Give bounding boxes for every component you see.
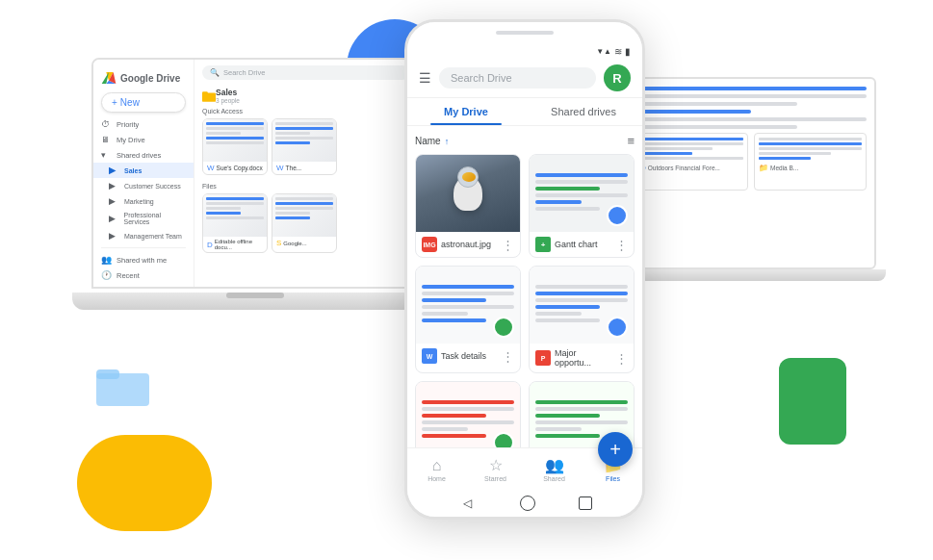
folder-header: Sales 3 people bbox=[194, 86, 417, 106]
file-card-editable[interactable]: D Editable offline docu... bbox=[202, 193, 268, 253]
laptop-base bbox=[72, 293, 438, 310]
sidebar-item-sharedwithme[interactable]: 👥 Shared with me bbox=[93, 252, 194, 267]
major-preview bbox=[530, 267, 634, 344]
status-icons: ▼▲ ≋ ▮ bbox=[596, 46, 631, 57]
sidebar-item-sales[interactable]: ▶ Sales bbox=[93, 163, 194, 178]
file-card-mydoc[interactable]: P My Document ⋮ bbox=[415, 381, 521, 447]
mydoc-preview bbox=[416, 382, 520, 447]
tab-shareddrives[interactable]: Shared drives bbox=[525, 98, 642, 125]
cs-chevron-icon: ▶ bbox=[109, 181, 120, 191]
file-card-major[interactable]: P Major opportu... ⋮ bbox=[529, 266, 635, 373]
nav-starred[interactable]: ☆ Starred bbox=[466, 448, 525, 490]
phone-tabs: My Drive Shared drives bbox=[407, 98, 642, 126]
priority-icon: ⏱ bbox=[101, 119, 113, 129]
file-card-task[interactable]: W Task details ⋮ bbox=[415, 266, 521, 373]
content-header: Name ↑ ≡ bbox=[415, 132, 635, 154]
tablet-file-1[interactable]: D Outdoors Financial Fore... bbox=[635, 133, 748, 191]
folder-icon bbox=[202, 90, 216, 102]
astro-body bbox=[454, 176, 482, 211]
sidebar-item-priority[interactable]: ⏱ Priority bbox=[93, 116, 194, 132]
task-preview bbox=[416, 267, 520, 344]
mgmt-chevron-icon: ▶ bbox=[109, 231, 120, 241]
sort-control[interactable]: Name ↑ bbox=[415, 136, 449, 146]
new-button[interactable]: + New bbox=[101, 92, 186, 113]
starred-icon: ☆ bbox=[101, 286, 113, 289]
recents-nav-button[interactable] bbox=[579, 496, 592, 510]
tablet-screen: D Outdoors Financial Fore... 📁 Media B..… bbox=[626, 77, 876, 269]
file-card-google[interactable]: S Google... bbox=[272, 193, 337, 253]
tablet-file-2[interactable]: 📁 Media B... bbox=[754, 133, 867, 191]
img-type-icon: IMG bbox=[422, 237, 437, 252]
sidebar-item-starred[interactable]: ☆ Starred bbox=[93, 283, 194, 289]
phone-avatar[interactable]: R bbox=[604, 64, 631, 91]
quick-access-card-1[interactable]: W Sue's Copy.docx bbox=[202, 118, 268, 175]
gantt-more-icon[interactable]: ⋮ bbox=[615, 238, 628, 252]
drive-main-content: 🔍 Search Drive Sales 3 people Quick Acce… bbox=[194, 60, 417, 287]
sort-arrow-icon: ↑ bbox=[445, 137, 450, 146]
files-grid-phone: IMG astronaut.jpg ⋮ bbox=[415, 154, 635, 447]
laptop-search-bar[interactable]: 🔍 Search Drive bbox=[202, 65, 409, 80]
file-card-footer-task: W Task details ⋮ bbox=[416, 344, 520, 369]
astronaut-preview bbox=[416, 155, 520, 232]
sidebar-item-professional[interactable]: ▶ Professional Services bbox=[93, 209, 194, 228]
file-card-footer-astronaut: IMG astronaut.jpg ⋮ bbox=[416, 232, 520, 257]
tablet-base bbox=[616, 269, 886, 281]
file-card-gantt[interactable]: + Gantt chart ⋮ bbox=[529, 154, 635, 258]
wifi-icon: ≋ bbox=[614, 46, 622, 57]
tablet-file-1-label: D Outdoors Financial Fore... bbox=[640, 164, 743, 172]
file-card-name-editable: D Editable offline docu... bbox=[203, 237, 267, 252]
file-info-task: W Task details bbox=[422, 348, 486, 364]
shared-icon: 👥 bbox=[101, 255, 113, 265]
battery-icon: ▮ bbox=[625, 46, 631, 57]
major-more-icon[interactable]: ⋮ bbox=[615, 351, 628, 366]
back-nav-button[interactable]: ◁ bbox=[457, 494, 477, 513]
task-avatar bbox=[493, 317, 514, 338]
home-nav-button[interactable] bbox=[520, 496, 535, 511]
astro-visor bbox=[462, 172, 476, 182]
nav-shared[interactable]: 👥 Shared bbox=[525, 448, 583, 490]
quick-access-grid: W Sue's Copy.docx W The... bbox=[194, 116, 417, 177]
recent-icon: 🕐 bbox=[101, 270, 113, 280]
phone-status-bar: ▼▲ ≋ ▮ bbox=[407, 43, 642, 59]
astronaut-more-icon[interactable]: ⋮ bbox=[502, 238, 514, 252]
quick-access-card-2[interactable]: W The... bbox=[272, 118, 337, 175]
folder-subtitle: 3 people bbox=[216, 97, 240, 104]
mydoc-avatar bbox=[493, 432, 514, 447]
docs-type-icon-task: W bbox=[422, 348, 437, 364]
background-yellow-shape bbox=[77, 435, 212, 531]
phone-search-bar[interactable]: Search Drive bbox=[439, 67, 596, 89]
major-avatar bbox=[607, 317, 628, 338]
hamburger-icon[interactable]: ☰ bbox=[419, 70, 431, 86]
prof-chevron-icon: ▶ bbox=[109, 214, 120, 223]
file-preview-google bbox=[272, 194, 336, 237]
tab-mydrive[interactable]: My Drive bbox=[407, 98, 525, 125]
sidebar-item-recent[interactable]: 🕐 Recent bbox=[93, 267, 194, 283]
sidebar-item-management[interactable]: ▶ Management Team bbox=[93, 228, 194, 243]
mkt-chevron-icon: ▶ bbox=[109, 196, 120, 206]
file-card-astronaut[interactable]: IMG astronaut.jpg ⋮ bbox=[415, 154, 521, 258]
gantt-avatar bbox=[607, 205, 628, 226]
file-preview-2 bbox=[272, 119, 336, 162]
file-info-major: P Major opportu... bbox=[535, 348, 615, 368]
phone-notch-bar bbox=[407, 22, 642, 43]
starred-nav-icon: ☆ bbox=[489, 456, 503, 474]
file-card-name-google: S Google... bbox=[272, 237, 336, 249]
quick-access-label: Quick Access bbox=[194, 106, 417, 116]
phone-screen: ▼▲ ≋ ▮ ☰ Search Drive R My Drive Shared … bbox=[404, 19, 645, 520]
sidebar-item-mydrive[interactable]: 🖥 My Drive bbox=[93, 132, 194, 147]
task-more-icon[interactable]: ⋮ bbox=[502, 349, 514, 364]
file-card-name-2: W The... bbox=[272, 162, 336, 174]
sidebar-item-shareddrives[interactable]: ▾ Shared drives bbox=[93, 147, 194, 163]
list-toggle-icon[interactable]: ≡ bbox=[627, 134, 635, 148]
fab-add-button[interactable]: + bbox=[598, 432, 633, 467]
sidebar-divider-1 bbox=[101, 247, 186, 248]
drive-sidebar: Google Drive + New ⏱ Priority 🖥 My Drive… bbox=[93, 60, 194, 287]
mydrive-icon: 🖥 bbox=[101, 135, 113, 144]
gantt-preview bbox=[530, 155, 634, 232]
sidebar-item-marketing[interactable]: ▶ Marketing bbox=[93, 193, 194, 209]
tablet-device: D Outdoors Financial Fore... 📁 Media B..… bbox=[626, 77, 886, 281]
sidebar-item-customersuccess[interactable]: ▶ Customer Success bbox=[93, 178, 194, 193]
nav-home[interactable]: ⌂ Home bbox=[407, 448, 466, 490]
drive-logo: Google Drive bbox=[93, 67, 194, 89]
file-info-astronaut: IMG astronaut.jpg bbox=[422, 237, 491, 252]
